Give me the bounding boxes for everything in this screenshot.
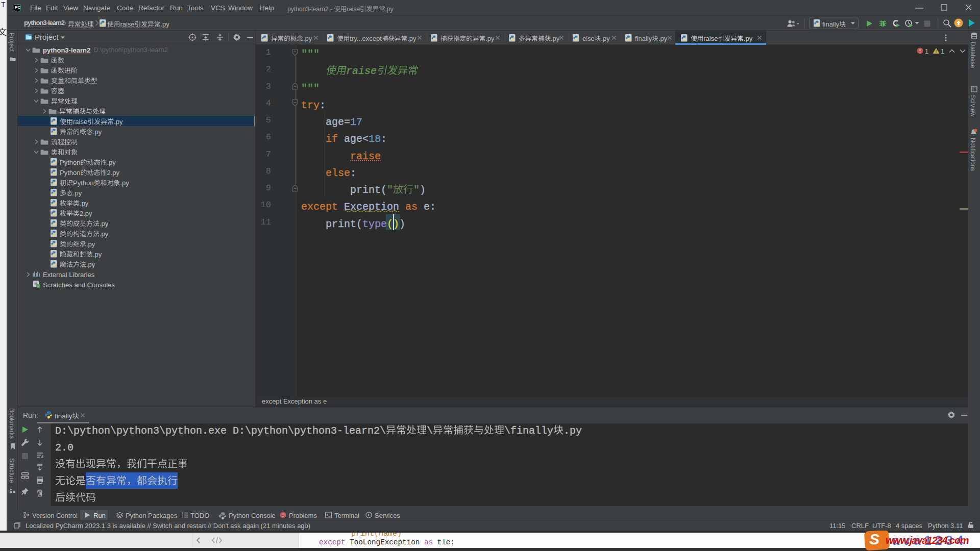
svg-text:print: print (301, 218, 356, 230)
svg-text:17: 17 (350, 116, 362, 128)
svg-text:type: type (362, 218, 387, 230)
svg-text:): ) (399, 218, 405, 230)
svg-text:\finally: \finally (504, 425, 553, 437)
svg-text::: : (350, 167, 356, 179)
svg-text:.py: .py (86, 261, 95, 268)
svg-text:if: if (301, 133, 338, 145)
svg-text:finally: finally (635, 35, 652, 42)
svg-text:External Libraries: External Libraries (43, 271, 95, 279)
svg-text:.py: .py (73, 189, 82, 197)
svg-text:raise: raise (346, 65, 377, 77)
svg-text:tle:: tle: (433, 538, 455, 546)
svg-text:python3-learn2 -: python3-learn2 - (287, 6, 334, 13)
svg-text:(: ( (356, 218, 362, 230)
svg-text:as: as (424, 538, 433, 546)
svg-text:.py: .py (601, 35, 610, 42)
svg-text:.py: .py (93, 128, 102, 136)
svg-text:raise: raise (347, 6, 360, 13)
svg-text:.py: .py (564, 425, 582, 437)
svg-text:try...except: try...except (350, 35, 382, 42)
svg-text::: : (381, 133, 387, 145)
svg-text:2.py: 2.py (80, 210, 92, 217)
svg-text:.py: .py (86, 240, 95, 248)
svg-text:else: else (301, 167, 350, 179)
svg-text:.py: .py (658, 35, 668, 42)
svg-text:finally: finally (55, 412, 72, 420)
svg-text:2.py: 2.py (107, 169, 120, 177)
svg-text::: : (430, 201, 436, 213)
svg-text:\: \ (427, 425, 433, 437)
svg-text:.py: .py (107, 159, 116, 166)
svg-text:.py: .py (80, 199, 89, 207)
svg-text:=: = (344, 116, 350, 128)
svg-text:else: else (582, 35, 595, 42)
svg-text:D:\python\python3\python.exe D: D:\python\python3\python.exe D:\python\p… (55, 425, 386, 437)
svg-text:.py: .py (744, 35, 753, 42)
svg-text:.py: .py (100, 220, 109, 228)
svg-text:print: print (301, 184, 381, 196)
svg-text:": " (413, 184, 420, 196)
svg-text:finally: finally (822, 20, 840, 28)
svg-text:): ) (420, 184, 426, 196)
svg-text:(: ( (381, 184, 387, 196)
svg-text:Python: Python (60, 159, 80, 166)
svg-text:try: try (301, 99, 320, 111)
svg-text:""": """ (301, 83, 320, 94)
svg-text:.py: .py (407, 35, 416, 42)
svg-text:as: as (405, 201, 418, 213)
svg-text:.py: .py (303, 35, 312, 42)
svg-text:<: < (362, 133, 369, 145)
svg-text:Python: Python (73, 179, 93, 187)
svg-text:.py: .py (93, 251, 102, 258)
svg-text:raise: raise (703, 35, 718, 42)
svg-text:.py: .py (485, 35, 495, 42)
svg-text:.py: .py (120, 179, 130, 187)
svg-text:except: except (301, 201, 338, 213)
svg-text:e: e (418, 201, 430, 213)
svg-text:age: age (301, 116, 344, 128)
svg-text:2.0: 2.0 (55, 442, 74, 454)
svg-text:""": """ (301, 48, 320, 60)
svg-text:.py: .py (385, 6, 394, 13)
svg-text:18: 18 (369, 133, 381, 145)
svg-text:age: age (338, 133, 362, 145)
svg-text:Python: Python (60, 169, 80, 177)
svg-text:except: except (319, 538, 345, 546)
svg-text:": " (387, 184, 393, 196)
svg-text:.py: .py (100, 230, 109, 238)
svg-text:Scratches and Consoles: Scratches and Consoles (43, 281, 115, 289)
svg-text::: : (320, 99, 326, 111)
svg-text:TooLongException: TooLongException (346, 538, 424, 546)
